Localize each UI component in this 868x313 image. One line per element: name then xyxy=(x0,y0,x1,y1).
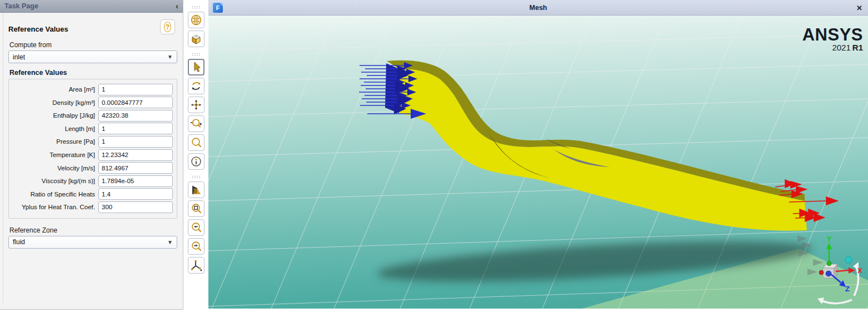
zoom-box-button[interactable] xyxy=(188,134,204,151)
chevron-down-icon: ▼ xyxy=(167,54,173,60)
toolbar-grip[interactable] xyxy=(192,175,201,178)
previous-view-button[interactable] xyxy=(188,219,204,236)
fluent-app-icon: F xyxy=(213,3,223,13)
reference-zone-dropdown[interactable]: fluid ▼ xyxy=(8,236,177,249)
specific-heats-ratio-input[interactable] xyxy=(98,188,173,200)
density-input[interactable] xyxy=(98,97,173,108)
probe-info-button[interactable] xyxy=(188,153,204,170)
yplus-input[interactable] xyxy=(98,201,173,213)
z-ball xyxy=(826,271,831,276)
toolbar-grip[interactable] xyxy=(192,53,201,55)
rotate-icon xyxy=(189,79,203,93)
pressure-input[interactable] xyxy=(98,136,173,148)
next-view-icon xyxy=(189,240,203,253)
lights-button[interactable] xyxy=(188,181,204,198)
task-page-header: Task Page ‹ xyxy=(0,0,183,13)
view-cube-icon: ? xyxy=(189,32,203,46)
s-duct-geometry xyxy=(385,60,807,231)
length-input[interactable] xyxy=(98,123,173,134)
y-ball xyxy=(827,261,831,266)
application-window: Task Page ‹ ? Reference Values Compute f… xyxy=(0,0,868,313)
table-row: Velocity [m/s] xyxy=(11,162,173,174)
reference-zone-value: fluid xyxy=(13,238,25,246)
pan-icon xyxy=(189,98,203,112)
help-icon: ? xyxy=(164,22,171,32)
reference-values-section-label: Reference Values xyxy=(9,69,177,77)
y-axis-head xyxy=(826,243,832,249)
x-axis-label: X xyxy=(857,266,862,275)
velocity-input[interactable] xyxy=(98,162,173,174)
table-row: Enthalpy [J/kg] xyxy=(11,110,173,122)
temperature-label: Temperature [K] xyxy=(11,152,98,158)
toolbar-grip[interactable] xyxy=(192,6,201,8)
area-input[interactable] xyxy=(98,84,173,95)
ansys-logo-text: ANSYS xyxy=(802,27,863,43)
ansys-version-text: 2021R1 xyxy=(802,44,863,52)
info-icon xyxy=(189,155,203,168)
density-label: Density [kg/m³] xyxy=(11,99,98,106)
next-view-button[interactable] xyxy=(188,238,204,255)
table-row: Area [m²] xyxy=(11,84,173,95)
compute-from-label: Compute from xyxy=(9,41,177,49)
table-row: Viscosity [kg/(m s)] xyxy=(11,175,173,187)
task-page-panel: Task Page ‹ ? Reference Values Compute f… xyxy=(0,0,183,310)
viscosity-label: Viscosity [kg/(m s)] xyxy=(11,178,98,184)
lights-icon xyxy=(189,183,203,196)
zoom-in-out-button[interactable] xyxy=(188,115,204,132)
table-row: Length [m] xyxy=(11,123,173,134)
pressure-label: Pressure [Pa] xyxy=(11,138,98,145)
rotate-view-button[interactable] xyxy=(188,78,204,94)
z-axis-label: Z xyxy=(845,285,850,293)
reference-zone-label: Reference Zone xyxy=(9,226,177,234)
magnifier-icon xyxy=(189,136,203,149)
velocity-label: Velocity [m/s] xyxy=(11,165,98,171)
table-row: Pressure [Pa] xyxy=(11,136,173,148)
close-icon[interactable]: ✕ xyxy=(856,0,862,16)
viscosity-input[interactable] xyxy=(98,175,173,187)
previous-view-icon xyxy=(189,221,203,234)
pan-view-button[interactable] xyxy=(188,97,204,113)
table-row: Temperature [K] xyxy=(11,149,173,161)
graphics-window: F Mesh ✕ xyxy=(208,0,868,309)
temperature-input[interactable] xyxy=(98,149,173,161)
compute-from-value: inlet xyxy=(13,53,25,61)
graphics-toolbar: ? xyxy=(187,4,205,274)
view-orientation-button[interactable]: ? xyxy=(188,31,204,47)
mesh-display-button[interactable] xyxy=(188,12,204,28)
page-title: Reference Values xyxy=(8,25,177,33)
area-label: Area [m²] xyxy=(11,86,98,93)
zoom-in-out-icon xyxy=(189,117,203,130)
yplus-label: Yplus for Heat Tran. Coef. xyxy=(11,204,98,210)
ansys-watermark: ANSYS 2021R1 xyxy=(802,27,863,52)
reference-values-group: Area [m²] Density [kg/m³] Enthalpy [J/kg… xyxy=(8,79,177,219)
chevron-down-icon: ▼ xyxy=(167,239,173,245)
table-row: Density [kg/m³] xyxy=(11,97,173,108)
select-tool-button[interactable] xyxy=(188,59,204,75)
pointer-icon xyxy=(189,60,203,74)
x-axis-head xyxy=(849,267,855,274)
axes-triad-button[interactable] xyxy=(188,257,204,274)
collapse-panel-icon[interactable]: ‹ xyxy=(176,2,178,10)
table-row: Yplus for Heat Tran. Coef. xyxy=(11,201,173,213)
table-row: Ratio of Specific Heats xyxy=(11,188,173,200)
help-button[interactable]: ? xyxy=(160,19,175,34)
graphics-window-title: Mesh xyxy=(208,4,868,12)
task-page-title: Task Page xyxy=(4,2,38,10)
3d-scene-canvas[interactable]: Y X Z ANSYS 2021R1 xyxy=(208,16,868,309)
compute-from-dropdown[interactable]: inlet ▼ xyxy=(8,51,177,63)
fit-to-window-button[interactable] xyxy=(188,200,204,217)
length-label: Length [m] xyxy=(11,125,98,132)
triad-icon xyxy=(189,259,203,272)
enthalpy-label: Enthalpy [J/kg] xyxy=(11,112,98,119)
y-axis-label: Y xyxy=(827,235,832,243)
enthalpy-input[interactable] xyxy=(98,110,173,122)
isometric-ball xyxy=(845,256,852,263)
mesh-sphere-icon xyxy=(189,13,203,27)
fit-to-window-icon xyxy=(189,202,203,215)
graphics-window-titlebar[interactable]: F Mesh ✕ xyxy=(208,0,868,16)
x-ball xyxy=(819,270,824,275)
mesh-scene: Y X Z xyxy=(208,16,868,309)
task-page-body: ? Reference Values Compute from inlet ▼ … xyxy=(3,13,183,304)
specific-heats-ratio-label: Ratio of Specific Heats xyxy=(11,191,98,198)
